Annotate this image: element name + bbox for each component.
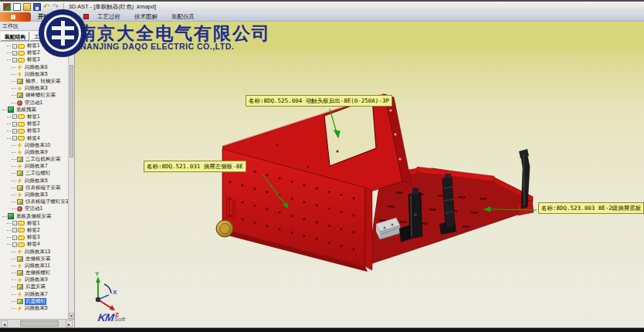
new-document-icon[interactable] xyxy=(13,3,21,11)
checkbox[interactable]: ✓ xyxy=(12,114,17,119)
ribbon-tab-strip: 开始 工具 工艺过程 技术图解 装配仿真 xyxy=(0,12,644,22)
tab-assembly-structure[interactable]: 装配结构 xyxy=(1,32,29,41)
tree-connector xyxy=(12,95,16,96)
model-pin xyxy=(227,198,230,218)
tree-item[interactable]: 闪烁效果5 xyxy=(0,305,68,312)
tag-icon xyxy=(18,228,25,232)
assembly-tree: ✓标签1✓标签2✓标签3闪烁效果6闪烁效果5轴承、转轴安装闪烁效果3铜棒螺钉安装… xyxy=(0,42,68,319)
tree-item[interactable]: 闪烁效果3 xyxy=(0,191,68,198)
tree-item-label: 标签1 xyxy=(26,113,41,120)
checkbox[interactable]: ✓ xyxy=(12,129,17,134)
tree-item-label: 底板预装 xyxy=(15,107,37,113)
flash-icon xyxy=(17,178,22,184)
checkbox[interactable]: ✓ xyxy=(12,235,17,240)
tree-item[interactable]: 闪烁效果6 xyxy=(0,64,68,71)
model-canvas[interactable] xyxy=(75,22,643,327)
tree-item[interactable]: 闪烁效果9 xyxy=(0,149,68,156)
horizontal-scrollbar[interactable]: ◀ ▶ xyxy=(0,319,74,327)
vertical-scrollbar[interactable]: ▼ xyxy=(68,42,74,319)
tree-item[interactable]: 铜棒螺钉安装 xyxy=(0,92,68,99)
coordinate-triad: Y X Z xyxy=(79,270,125,317)
tree-item[interactable]: 左侧板安装 xyxy=(0,256,68,263)
checkbox[interactable]: ✓ xyxy=(12,136,17,141)
tree-item[interactable]: ✓标签3 xyxy=(0,127,68,134)
flash-icon xyxy=(17,142,22,148)
app-mini-icon xyxy=(3,3,11,11)
tag-icon xyxy=(18,122,25,127)
scroll-left-arrow[interactable]: ◀ xyxy=(1,320,8,327)
scroll-right-arrow[interactable]: ▶ xyxy=(66,320,73,327)
flash-icon xyxy=(17,277,22,283)
tree-item[interactable]: 仪表板端子安装 xyxy=(0,185,68,191)
part-callout[interactable]: 名称:8DQ.521.031 抽屉左侧板-8E xyxy=(144,161,246,172)
undo-icon[interactable]: ↶ xyxy=(43,3,49,11)
tree-item-label: 轴承、转轴安装 xyxy=(25,78,62,85)
tree-connector xyxy=(12,279,16,280)
tree-item[interactable]: ✓标签4 xyxy=(0,241,68,248)
app-menu-button[interactable] xyxy=(0,12,31,22)
tree-item-label: 铜棒螺钉安装 xyxy=(25,92,56,99)
tree-connector xyxy=(2,216,7,217)
tree-item[interactable]: ✓标签1 xyxy=(0,113,68,120)
tree-item[interactable]: 空活动1 xyxy=(0,205,68,212)
tree-item[interactable]: ✓标签2 xyxy=(0,120,68,127)
tree-item[interactable]: ✓标签2 xyxy=(0,227,68,234)
tree-item[interactable]: 轴承、转轴安装 xyxy=(0,78,68,85)
tree-item[interactable]: 空活动1 xyxy=(0,100,68,107)
tree-item[interactable]: ✓标签1 xyxy=(0,220,68,227)
part-callout[interactable]: 名称:8DQ.525.004 动触头板后出-8E(0-250A)-3P xyxy=(246,95,392,107)
tree-item-label: 标签3 xyxy=(26,56,41,63)
company-logo-glyph xyxy=(44,15,81,52)
checkbox[interactable]: ✓ xyxy=(12,122,17,127)
tree-item-label: 闪烁效果5 xyxy=(24,71,49,78)
tree-item[interactable]: 闪烁效果10 xyxy=(0,142,68,149)
tree-item[interactable]: 底板预装 xyxy=(0,107,68,113)
tree-item[interactable]: 左侧板螺钉 xyxy=(0,269,68,276)
tree-item[interactable]: 闪烁效果11 xyxy=(0,263,68,269)
tree-connector xyxy=(12,74,16,75)
tree-connector xyxy=(7,117,12,117)
tree-item[interactable]: 仪表板端子螺钉安装 xyxy=(0,198,68,205)
checkbox[interactable]: ✓ xyxy=(12,58,17,63)
tree-connector xyxy=(12,173,16,174)
checkbox[interactable]: ✓ xyxy=(12,44,17,49)
tree-item[interactable]: 后盖安装 xyxy=(0,283,68,290)
horizontal-scrollbar-thumb[interactable] xyxy=(20,320,59,327)
tree-item[interactable]: 闪烁效果9 xyxy=(0,276,68,283)
tab-assembly-simulation[interactable]: 装配仿真 xyxy=(164,13,202,21)
tree-item[interactable]: 底板及侧板安装 xyxy=(0,213,68,220)
checkbox[interactable]: ✓ xyxy=(12,242,17,247)
tree-item-label: 闪烁效果10 xyxy=(24,142,51,149)
save-icon[interactable] xyxy=(33,3,41,11)
tree-item-label: 闪烁效果6 xyxy=(24,64,49,71)
tree-item[interactable]: ✓标签3 xyxy=(0,56,68,63)
tree-item[interactable]: 后盖螺钉 xyxy=(0,298,68,305)
tree-item[interactable]: 闪烁效果5 xyxy=(0,178,68,185)
checkbox[interactable]: ✓ xyxy=(12,221,17,225)
tree-item-label: 标签4 xyxy=(26,135,41,142)
tree-item-label: 仪表板端子安装 xyxy=(25,185,62,191)
tree-item[interactable]: 闪烁效果13 xyxy=(0,248,68,255)
tree-connector xyxy=(12,159,16,160)
tab-process[interactable]: 工艺过程 xyxy=(90,13,127,21)
checkbox[interactable]: ✓ xyxy=(12,228,17,232)
tree-item[interactable]: 三工位螺钉 xyxy=(0,170,68,177)
viewport-3d[interactable]: 南京大全电气有限公司 NANJING DAQO ELECTRIC CO.,LTD… xyxy=(75,22,644,327)
tree-item[interactable]: ✓标签3 xyxy=(0,234,68,241)
tree-item[interactable]: 闪烁效果7 xyxy=(0,163,68,170)
tree-item[interactable]: 闪烁效果3 xyxy=(0,85,68,92)
tree-connector xyxy=(12,208,16,209)
open-folder-icon[interactable] xyxy=(23,3,31,11)
install-icon xyxy=(17,185,23,191)
part-callout[interactable]: 名称:8DQ.523.003 8E-2级抽屉底板 xyxy=(538,202,644,214)
tree-item[interactable]: 闪烁效果5 xyxy=(0,71,68,78)
scroll-down-arrow[interactable]: ▼ xyxy=(69,313,74,319)
tree-item-label: 三工位机构安装 xyxy=(25,156,62,163)
vertical-scrollbar-thumb[interactable] xyxy=(69,65,73,158)
checkbox[interactable]: ✓ xyxy=(12,51,17,56)
tree-item[interactable]: 闪烁效果7 xyxy=(0,291,68,298)
tab-tech-illustration[interactable]: 技术图解 xyxy=(127,13,164,21)
tag-icon xyxy=(18,58,25,63)
tree-item[interactable]: 三工位机构安装 xyxy=(0,156,68,163)
tree-item[interactable]: ✓标签4 xyxy=(0,134,68,141)
